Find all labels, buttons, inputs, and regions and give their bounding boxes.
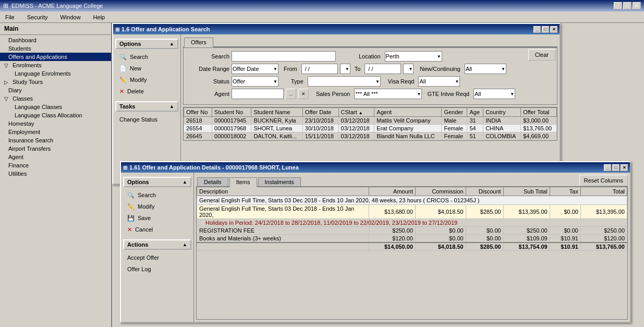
items-col-subtotal[interactable]: Sub Total — [503, 187, 550, 196]
sidebar-item-language-class-allocation[interactable]: Language Class Allocation — [0, 111, 111, 119]
items-col-tax[interactable]: Tax — [550, 187, 580, 196]
sidebar-label-language-enrolments: Language Enrolments — [15, 70, 71, 77]
date-range-type-select[interactable]: Offer Date — [232, 64, 278, 74]
visa-reqd-select[interactable]: All — [418, 76, 460, 87]
col-agent[interactable]: Agent — [374, 108, 442, 117]
sidebar: Main Dashboard Students Offers and Appli… — [0, 23, 112, 327]
to-date-input[interactable] — [364, 64, 401, 74]
agent-clear-btn[interactable]: ✕ — [298, 89, 309, 99]
tasks-header[interactable]: Tasks ▲ — [115, 101, 178, 112]
modify-option-icon: ✏️ — [119, 77, 127, 83]
col-offer-date[interactable]: Offer Date — [302, 108, 338, 117]
close-btn[interactable]: ✕ — [633, 2, 641, 9]
menu-window[interactable]: Window — [57, 13, 83, 21]
menu-bar: File Security Window Help — [0, 11, 644, 23]
col-offer-no[interactable]: Offer No — [184, 108, 212, 117]
details-modify-btn[interactable]: ✏️ Modify — [121, 201, 193, 212]
location-select[interactable]: Perth — [385, 51, 442, 62]
details-options-header[interactable]: Options ▲ — [123, 177, 191, 187]
search-option-btn[interactable]: 🔍 Search — [113, 51, 180, 63]
app-icon: ⊞ — [3, 2, 8, 9]
col-gender[interactable]: Gender — [442, 108, 467, 117]
gte-select[interactable]: All — [473, 89, 515, 99]
sidebar-header: Main — [0, 23, 111, 35]
offer-search-maximize-btn[interactable]: □ — [542, 26, 549, 33]
reset-columns-btn[interactable]: Reset Columns — [579, 175, 628, 186]
title-bar-controls: _ □ ✕ — [614, 2, 641, 9]
type-select[interactable] — [308, 76, 381, 87]
offer-search-minimize-btn[interactable]: _ — [533, 26, 541, 33]
items-col-amount[interactable]: Amount — [369, 187, 416, 196]
offer-search-window-controls: _ □ ✕ — [533, 26, 557, 33]
sidebar-item-agent[interactable]: Agent — [0, 153, 111, 161]
tab-items[interactable]: Items — [229, 177, 257, 187]
offer-table-row[interactable]: 265540000017968SHORT, Lunea30/10/201803/… — [184, 125, 557, 132]
sidebar-item-language-enrolments[interactable]: Language Enrolments — [0, 69, 111, 78]
actions-header[interactable]: Actions ▲ — [123, 239, 191, 250]
col-country[interactable]: Country — [483, 108, 521, 117]
change-status-btn[interactable]: Change Status — [113, 114, 180, 125]
offer-table-row[interactable]: 266450000018002DALTON, Kaitli...15/11/20… — [184, 132, 557, 140]
options-header[interactable]: Options ▲ — [115, 39, 178, 49]
details-search-btn[interactable]: 🔍 Search — [121, 189, 193, 201]
sidebar-item-insurance-search[interactable]: Insurance Search — [0, 136, 111, 144]
search-input[interactable] — [232, 51, 336, 62]
menu-help[interactable]: Help — [90, 13, 108, 21]
col-age[interactable]: Age — [467, 108, 483, 117]
col-cstart[interactable]: CStart ▲ — [338, 108, 374, 117]
col-student-no[interactable]: Student No — [212, 108, 251, 117]
delete-option-btn[interactable]: ✕ Delete — [113, 86, 180, 97]
sidebar-item-utilities[interactable]: Utilities — [0, 169, 111, 178]
sidebar-item-language-classes[interactable]: Language Classes — [0, 103, 111, 111]
details-save-btn[interactable]: 💾 Save — [121, 212, 193, 224]
offer-details-minimize-btn[interactable]: _ — [604, 164, 611, 171]
col-offer-total[interactable]: Offer Total — [521, 108, 557, 117]
offer-details-window-title: 1.61 Offer and Application Details - 000… — [129, 164, 299, 171]
tab-instalments[interactable]: Instalments — [258, 177, 301, 186]
sidebar-item-employment[interactable]: Employment — [0, 128, 111, 136]
new-continuing-select[interactable]: All — [465, 64, 506, 74]
to-date-select[interactable] — [403, 64, 414, 74]
items-col-discount[interactable]: Discount — [466, 187, 503, 196]
new-option-btn[interactable]: 📄 New — [113, 63, 180, 74]
offer-details-maximize-btn[interactable]: □ — [612, 164, 619, 171]
items-col-total[interactable]: Total — [580, 187, 627, 196]
sales-person-select[interactable]: *** All *** — [354, 89, 422, 99]
sidebar-item-dashboard[interactable]: Dashboard — [0, 36, 111, 44]
sidebar-item-classes[interactable]: ▽ Classes — [0, 94, 111, 103]
tab-details[interactable]: Details — [197, 177, 228, 186]
sidebar-item-airport-transfers[interactable]: Airport Transfers — [0, 144, 111, 153]
from-date-input[interactable] — [301, 64, 338, 74]
menu-file[interactable]: File — [2, 13, 18, 21]
sidebar-item-homestay[interactable]: Homestay — [0, 119, 111, 128]
sidebar-item-finance[interactable]: Finance — [0, 161, 111, 169]
sidebar-item-offers-applications[interactable]: Offers and Applications — [0, 53, 111, 61]
agent-input[interactable] — [232, 89, 284, 99]
sidebar-item-diary[interactable]: Diary — [0, 86, 111, 94]
sidebar-label-enrolments: Enrolments — [13, 62, 42, 68]
items-col-commission[interactable]: Commission — [416, 187, 466, 196]
sidebar-label-language-classes: Language Classes — [15, 104, 62, 110]
maximize-btn[interactable]: □ — [623, 2, 631, 9]
sidebar-label-agent: Agent — [8, 154, 23, 160]
tasks-label: Tasks — [119, 103, 135, 110]
tab-offers[interactable]: Offers — [184, 38, 213, 47]
sidebar-item-enrolments[interactable]: ▽ Enrolments — [0, 61, 111, 69]
items-col-description[interactable]: Description — [197, 187, 369, 196]
col-student-name[interactable]: Student Name — [251, 108, 302, 117]
modify-option-btn[interactable]: ✏️ Modify — [113, 74, 180, 86]
offer-log-btn[interactable]: Offer Log — [121, 263, 193, 275]
clear-button[interactable]: Clear — [528, 49, 555, 60]
sidebar-item-students[interactable]: Students — [0, 44, 111, 53]
agent-browse-btn[interactable]: ... — [286, 89, 296, 99]
from-date-select[interactable] — [340, 64, 350, 74]
status-select[interactable]: Offer — [232, 76, 278, 87]
menu-security[interactable]: Security — [24, 13, 51, 21]
accept-offer-btn[interactable]: Accept Offer — [121, 252, 193, 263]
sidebar-item-study-tours[interactable]: ▷ Study Tours — [0, 78, 111, 86]
offer-details-close-btn[interactable]: ✕ — [621, 164, 628, 171]
details-cancel-btn[interactable]: ✕ Cancel — [121, 224, 193, 235]
offer-search-close-btn[interactable]: ✕ — [550, 26, 557, 33]
minimize-btn[interactable]: _ — [614, 2, 622, 9]
offer-table-row[interactable]: 265180000017945BUCKNER, Kyla23/10/201803… — [184, 117, 557, 125]
